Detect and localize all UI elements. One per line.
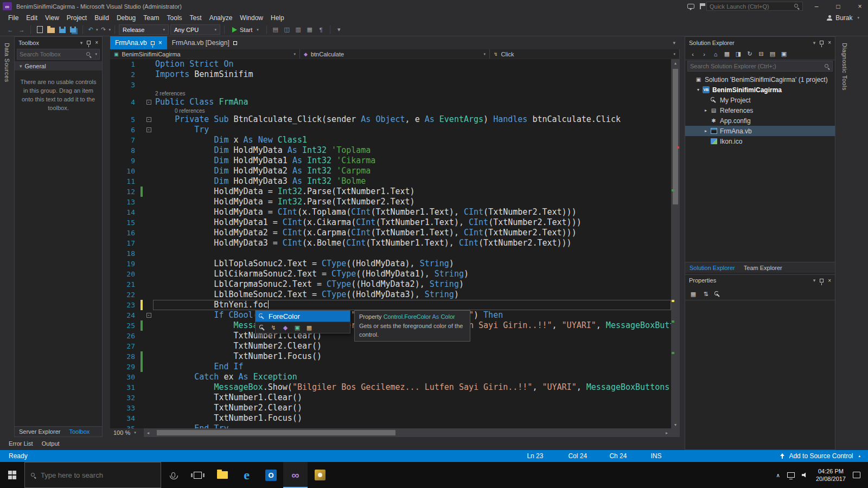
code-line[interactable]: 17 HoldMyData3 = CInt(x.Bolme(CInt(TxtNu…: [110, 238, 671, 248]
toolbox-search[interactable]: ▾: [17, 49, 100, 60]
menu-item-tools[interactable]: Tools: [163, 12, 186, 23]
navigate-forward-icon[interactable]: →: [17, 24, 27, 35]
breadcrumb-benimsinifimicagirma[interactable]: ▣BenimSinifimiCagirma▾: [110, 49, 300, 59]
navigate-backward-icon[interactable]: ←: [5, 24, 15, 35]
pin-icon[interactable]: [151, 41, 155, 45]
menu-item-edit[interactable]: Edit: [22, 12, 41, 23]
menu-item-help[interactable]: Help: [267, 12, 288, 23]
code-line[interactable]: 2Imports BenimSinifim: [110, 69, 671, 80]
toolbox-section-general[interactable]: ▾ General: [15, 61, 102, 70]
menu-item-analyze[interactable]: Analyze: [206, 12, 237, 23]
expand-arrow-icon[interactable]: ▸: [703, 129, 709, 133]
edge-icon[interactable]: e: [234, 462, 259, 488]
categorized-icon[interactable]: ▦: [690, 291, 697, 298]
scrollbar-thumb[interactable]: [673, 69, 678, 204]
taskbar-search-input[interactable]: [41, 471, 155, 479]
alphabetical-icon[interactable]: ⇅: [702, 291, 710, 298]
feedback-icon[interactable]: [687, 4, 694, 9]
line-number[interactable]: 4: [110, 97, 141, 107]
code-line[interactable]: 14 HoldMyData = CInt(x.Toplama(CInt(TxtN…: [110, 207, 671, 217]
line-number[interactable]: 29: [110, 362, 141, 372]
line-number[interactable]: 19: [110, 259, 141, 269]
close-icon[interactable]: ×: [95, 40, 98, 46]
code-line[interactable]: 5- Private Sub BtnCalculate_Click(sender…: [110, 114, 671, 125]
filter-classes-icon[interactable]: ▣: [293, 324, 301, 331]
code-line[interactable]: 22 LblBolmeSonuc2.Text = CType((HoldMyDa…: [110, 290, 671, 300]
line-number[interactable]: 34: [110, 413, 141, 423]
line-number[interactable]: 25: [110, 320, 141, 331]
line-number[interactable]: 11: [110, 176, 141, 187]
fold-marker[interactable]: -: [144, 114, 153, 125]
chevron-down-icon[interactable]: ▾: [673, 52, 675, 56]
menu-item-window[interactable]: Window: [236, 12, 267, 23]
breadcrumb-click[interactable]: ↯Click▾: [490, 49, 680, 59]
tree-item-ikon-ico[interactable]: Ikon.ico: [685, 136, 835, 146]
line-number[interactable]: 1: [110, 59, 141, 69]
tab-solution-explorer[interactable]: Solution Explorer: [685, 262, 739, 273]
filter-events-icon[interactable]: ↯: [270, 324, 277, 331]
zoom-select[interactable]: 100 % ▾: [110, 428, 144, 437]
code-line[interactable]: 35 End Try: [110, 423, 671, 428]
menu-item-debug[interactable]: Debug: [113, 12, 139, 23]
filter-methods-icon[interactable]: ◆: [282, 324, 289, 331]
line-number[interactable]: 2: [110, 69, 141, 80]
solution-configuration-select[interactable]: Release▾: [119, 24, 169, 35]
vertical-scrollbar[interactable]: ▴ ▾: [671, 59, 680, 428]
line-number[interactable]: 15: [110, 217, 141, 228]
back-icon[interactable]: ‹: [689, 51, 697, 57]
volume-icon[interactable]: [802, 472, 809, 478]
clock[interactable]: 04:26 PM 20/08/2017: [816, 467, 846, 483]
line-number[interactable]: 17: [110, 238, 141, 248]
chevron-down-icon[interactable]: ▾: [813, 278, 816, 283]
close-button[interactable]: ×: [852, 0, 868, 12]
refresh-icon[interactable]: ↻: [746, 50, 754, 57]
visual-studio-icon[interactable]: ∞: [283, 462, 308, 488]
tree-item-my-project[interactable]: My Project: [685, 95, 835, 105]
completion-item-forecolor[interactable]: ForeColor: [256, 311, 350, 322]
tray-expand-icon[interactable]: ∧: [776, 472, 780, 478]
menu-item-team[interactable]: Team: [139, 12, 163, 23]
tab-error-list[interactable]: Error List: [4, 437, 37, 450]
scrollbar-thumb[interactable]: [157, 430, 395, 435]
code-line[interactable]: 16 HoldMyData2 = CInt(x.Carpma(CInt(TxtN…: [110, 228, 671, 238]
chevron-down-icon[interactable]: ▾: [80, 40, 83, 46]
start-button[interactable]: [0, 462, 24, 488]
code-line[interactable]: 15 HoldMyData1 = CInt(x.Cikarma(CInt(Txt…: [110, 217, 671, 228]
line-number[interactable]: 14: [110, 207, 141, 217]
tab-frmana-vb[interactable]: FrmAna.vb ×: [110, 36, 167, 49]
line-number[interactable]: 35: [110, 423, 141, 428]
solution-search-input[interactable]: [690, 63, 822, 69]
close-icon[interactable]: ×: [828, 278, 831, 284]
home-icon[interactable]: ⌂: [712, 51, 719, 57]
show-all-files-icon[interactable]: ▤: [769, 50, 776, 57]
line-number[interactable]: 3: [110, 80, 141, 90]
line-number[interactable]: 31: [110, 382, 141, 393]
code-area[interactable]: 1Option Strict On2Imports BenimSinifim32…: [110, 59, 671, 428]
line-number[interactable]: 27: [110, 341, 141, 351]
task-view-icon[interactable]: [186, 462, 210, 488]
code-line[interactable]: 18: [110, 248, 671, 259]
code-line[interactable]: 29 End If: [110, 362, 671, 372]
toolbar-misc-icon-3[interactable]: ▥: [293, 24, 303, 35]
line-number[interactable]: 28: [110, 351, 141, 362]
maximize-button[interactable]: □: [830, 0, 846, 12]
open-file-icon[interactable]: [46, 24, 56, 35]
menu-item-build[interactable]: Build: [91, 12, 113, 23]
property-pages-icon[interactable]: [714, 291, 720, 297]
code-line[interactable]: 1Option Strict On: [110, 59, 671, 69]
tab-server-explorer[interactable]: Server Explorer: [15, 427, 65, 436]
menu-item-view[interactable]: View: [41, 12, 63, 23]
menu-item-file[interactable]: File: [4, 12, 22, 23]
code-line[interactable]: 20 LblCikarmaSonuc2.Text = CType((HoldMy…: [110, 269, 671, 279]
diagnostic-tools-tab[interactable]: Diagnostic Tools: [841, 43, 848, 91]
microphone-icon[interactable]: [161, 462, 186, 488]
ssms-icon[interactable]: [308, 462, 332, 488]
line-number[interactable]: 7: [110, 135, 141, 145]
code-line[interactable]: 32 TxtNumber1.Clear(): [110, 393, 671, 403]
filter-snippets-icon[interactable]: ▦: [305, 324, 313, 331]
tree-item-app-config[interactable]: ✱App.config: [685, 115, 835, 126]
tree-item-solution-benimsinifimicagirma-1-project[interactable]: ▣Solution 'BenimSinifimiCagirma' (1 proj…: [685, 74, 835, 85]
toolbar-misc-icon-2[interactable]: ◫: [282, 24, 292, 35]
notification-center-icon[interactable]: [853, 472, 860, 478]
fold-marker[interactable]: -: [144, 97, 153, 107]
